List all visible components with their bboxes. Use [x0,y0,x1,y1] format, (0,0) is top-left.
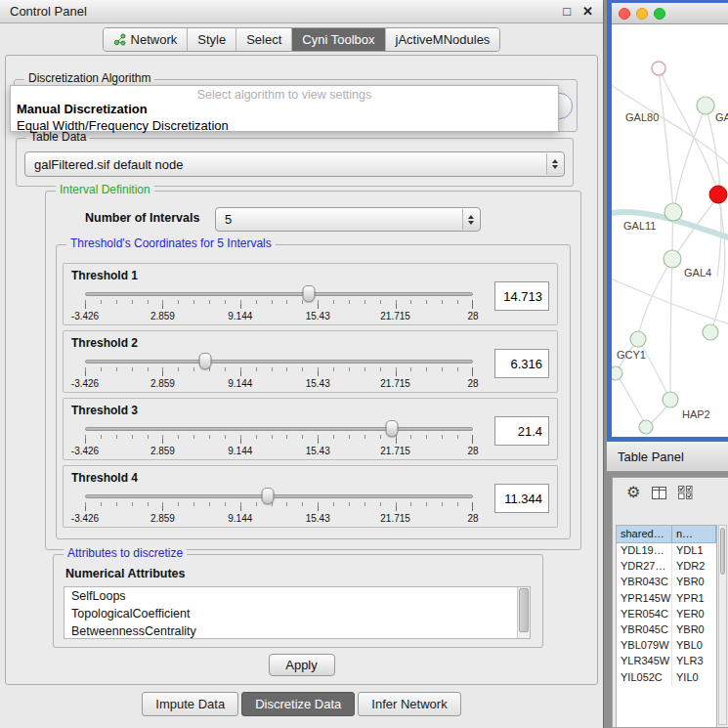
apply-button[interactable]: Apply [269,654,335,676]
combo-stepper-icon[interactable] [462,209,479,230]
tab-discretize-data[interactable]: Discretize Data [241,692,355,716]
table-row[interactable]: YBL079W YBL0 [617,638,716,654]
list-item[interactable]: TopologicalCoefficient [64,605,530,622]
network-node[interactable] [612,366,622,380]
cell[interactable]: YPR145W [617,591,672,607]
network-node[interactable] [639,420,653,434]
threshold-3-slider[interactable]: -3.426 2.859 9.144 15.43 21.715 28 [85,420,473,459]
threshold-4-value-input[interactable] [494,484,549,513]
table-data-combobox[interactable]: galFiltered.sif default node [24,151,565,177]
scrollbar-thumb[interactable] [720,528,725,575]
network-window-titlebar[interactable] [612,3,728,24]
table-scrollbar[interactable] [718,525,727,725]
network-canvas[interactable]: GAL80 GAL11 GAL4 GCY1 HAP2 GA [612,24,728,437]
slider-thumb[interactable] [261,488,274,504]
network-node[interactable] [697,97,714,114]
list-item[interactable]: BetweennessCentrality [64,622,530,639]
slider-thumb[interactable] [385,420,398,437]
threshold-1-slider[interactable]: -3.426 2.859 9.144 15.43 21.715 28 [85,285,473,324]
threshold-3-value-input[interactable] [494,416,549,446]
scale-label: -3.426 [71,378,99,389]
cell[interactable]: YIL052C [617,670,672,686]
control-panel-titlebar[interactable]: Control Panel □ ✕ [0,0,603,23]
cell[interactable]: YBL079W [617,638,672,654]
network-node[interactable] [630,331,646,347]
table-row[interactable]: YBR045C YBR0 [617,622,716,638]
threshold-3-label: Threshold 3 [71,404,138,417]
network-node[interactable] [703,324,718,340]
column-header-name[interactable]: n… [672,526,716,543]
cell[interactable]: YDR27… [617,559,672,575]
cell[interactable]: YER0 [672,607,716,622]
selected-red-node[interactable] [709,186,727,203]
minimize-traffic-light-icon[interactable] [636,8,648,20]
list-scrollbar[interactable] [517,587,530,638]
tab-label: Select [246,32,281,47]
threshold-2-label: Threshold 2 [71,336,138,350]
close-window-icon[interactable]: ✕ [582,5,593,18]
cell[interactable]: YIL0 [672,670,716,686]
cell[interactable]: YDL19… [617,543,672,559]
slider-thumb[interactable] [303,285,316,302]
scale-label: 21.715 [380,513,410,524]
tab-select[interactable]: Select [236,28,291,51]
table-row[interactable]: YER054C YER0 [617,607,716,622]
combo-stepper-icon[interactable] [546,153,563,175]
slider-thumb[interactable] [199,353,212,369]
cell[interactable]: YBR0 [672,575,716,590]
number-of-intervals-combobox[interactable]: 5 [215,207,481,232]
tab-network[interactable]: Network [104,28,188,51]
pink-network-node[interactable] [652,62,665,75]
scrollbar-thumb[interactable] [519,588,529,632]
float-window-icon[interactable]: □ [563,5,571,18]
network-icon [113,33,126,46]
cell[interactable]: YDL1 [672,543,716,559]
cell[interactable]: YBL0 [672,638,716,654]
network-node[interactable] [664,250,681,268]
tab-cyni-toolbox[interactable]: Cyni Toolbox [291,28,384,51]
cell[interactable]: YBR043C [617,575,672,590]
threshold-2-slider[interactable]: -3.426 2.859 9.144 15.43 21.715 28 [85,353,473,392]
dropdown-option-equal-width[interactable]: Equal Width/Frequency Discretization [11,117,558,134]
list-item[interactable]: SelfLoops [64,587,530,605]
slider-track[interactable] [85,292,473,296]
gear-icon[interactable]: ⚙ [626,485,640,500]
slider-track[interactable] [85,494,473,498]
scale-label: 2.859 [150,378,175,389]
table-row[interactable]: YBR043C YBR0 [617,575,716,590]
threshold-1-value-input[interactable] [494,281,549,311]
cell[interactable]: YER054C [617,607,672,622]
threshold-2-value-input[interactable] [494,349,549,378]
tab-jactivemnodules[interactable]: jActiveMNodules [385,28,500,51]
scale-label: 2.859 [150,513,175,524]
network-node[interactable] [663,392,678,407]
dropdown-option-manual-discretization[interactable]: Manual Discretization [11,101,558,117]
tab-infer-network[interactable]: Infer Network [358,692,460,716]
column-header-shared-name[interactable]: shared… [617,526,672,543]
close-traffic-light-icon[interactable] [619,8,630,20]
table-row[interactable]: YLR345W YLR3 [617,654,716,669]
numerical-attributes-list[interactable]: SelfLoops TopologicalCoefficient Between… [64,586,531,639]
threshold-4-slider[interactable]: -3.426 2.859 9.144 15.43 21.715 28 [85,488,473,527]
select-columns-checkbox-grid-icon[interactable] [678,486,693,499]
scale-label: 28 [467,513,478,524]
cell[interactable]: YDR2 [672,559,716,575]
slider-track[interactable] [85,427,473,431]
tab-impute-data[interactable]: Impute Data [142,692,238,716]
table-row[interactable]: YIL052C YIL0 [617,670,716,686]
cell[interactable]: YBR0 [672,622,716,638]
slider-track[interactable] [85,360,473,364]
table-row[interactable]: YPR145W YPR1 [617,591,716,607]
tab-style[interactable]: Style [187,28,236,51]
network-node[interactable] [664,203,682,221]
table-row[interactable]: YDL19… YDL1 [617,543,716,559]
zoom-traffic-light-icon[interactable] [654,8,665,20]
cell[interactable]: YLR345W [617,654,672,669]
cell[interactable]: YLR3 [672,654,716,669]
thresholds-legend: Threshold's Coordinates for 5 Intervals [66,236,276,250]
columns-icon[interactable] [652,487,666,499]
cell[interactable]: YBR045C [617,622,672,638]
cell[interactable]: YPR1 [672,591,716,607]
table-panel-titlebar[interactable]: Table Panel [607,442,728,472]
table-row[interactable]: YDR27… YDR2 [617,559,716,575]
